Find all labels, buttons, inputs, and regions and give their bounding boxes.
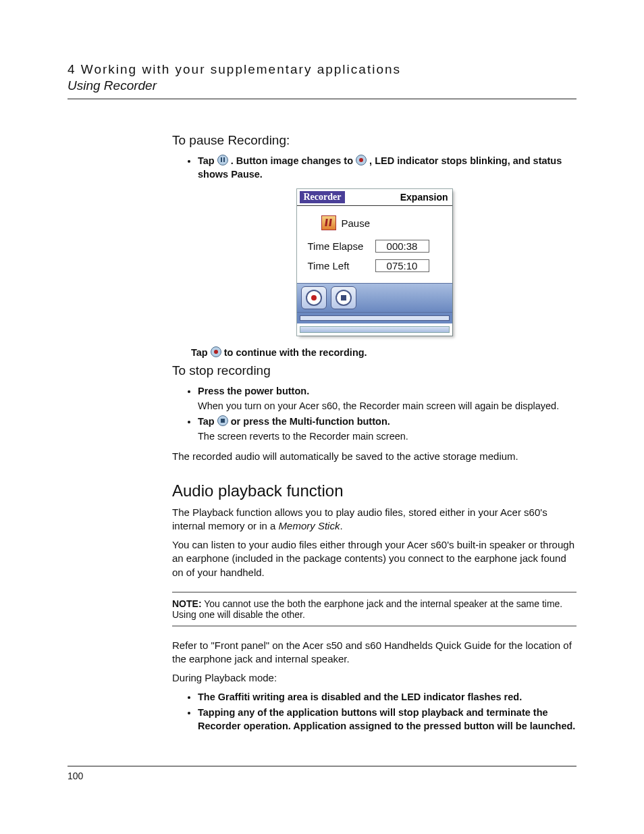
time-left-value: 075:10 <box>375 259 429 272</box>
record-icon <box>211 346 221 357</box>
page-header: 4 Working with your supplementary applic… <box>68 62 576 99</box>
heading-stop: To stop recording <box>172 363 576 378</box>
page-number: 100 <box>68 766 576 781</box>
time-elapse-label: Time Elapse <box>304 240 369 252</box>
bullet-playback-2: Tapping any of the application buttons w… <box>198 706 576 733</box>
status-icon <box>321 215 336 230</box>
note-block: NOTE: You cannot use the both the earpho… <box>172 592 576 627</box>
audio-p2: You can listen to your audio files eithe… <box>172 538 576 579</box>
progress-bar <box>300 315 450 321</box>
stop-button[interactable] <box>331 286 356 309</box>
record-icon <box>356 155 367 165</box>
stop-icon <box>217 415 228 426</box>
status-text: Pause <box>342 217 371 229</box>
note-text: You cannot use the both the earphone jac… <box>172 598 562 620</box>
record-button[interactable] <box>301 286 327 309</box>
time-elapse-value: 000:38 <box>375 240 429 253</box>
chapter-title: 4 Working with your supplementary applic… <box>68 62 576 77</box>
audio-p3: Refer to "Front panel" on the Acer s50 a… <box>172 639 576 667</box>
bullet-stop-1: Press the power button. When you turn on… <box>198 385 576 413</box>
recorder-screenshot: Recorder Expansion Pause Time Elapse 000… <box>297 189 452 336</box>
bullet-pause: Tap . Button image changes to , LED indi… <box>198 155 576 181</box>
section-title: Using Recorder <box>68 78 576 93</box>
pause-icon <box>217 155 228 165</box>
bullet-stop-2: Tap or press the Multi-function button. … <box>198 415 576 443</box>
app-title: Recorder <box>300 191 346 203</box>
audio-p4: During Playback mode: <box>172 671 576 685</box>
storage-label: Expansion <box>400 191 448 203</box>
note-label: NOTE: <box>172 598 202 609</box>
heading-audio: Audio playback function <box>172 481 576 500</box>
heading-pause: To pause Recording: <box>172 133 576 148</box>
audio-p1: The Playback function allows you to play… <box>172 506 576 533</box>
continue-text: Tap to continue with the recording. <box>191 346 576 358</box>
level-bar <box>300 326 450 333</box>
time-left-label: Time Left <box>304 260 369 271</box>
stop-closing: The recorded audio will automatically be… <box>172 450 576 463</box>
bullet-playback-1: The Graffiti writing area is disabled an… <box>198 691 576 704</box>
